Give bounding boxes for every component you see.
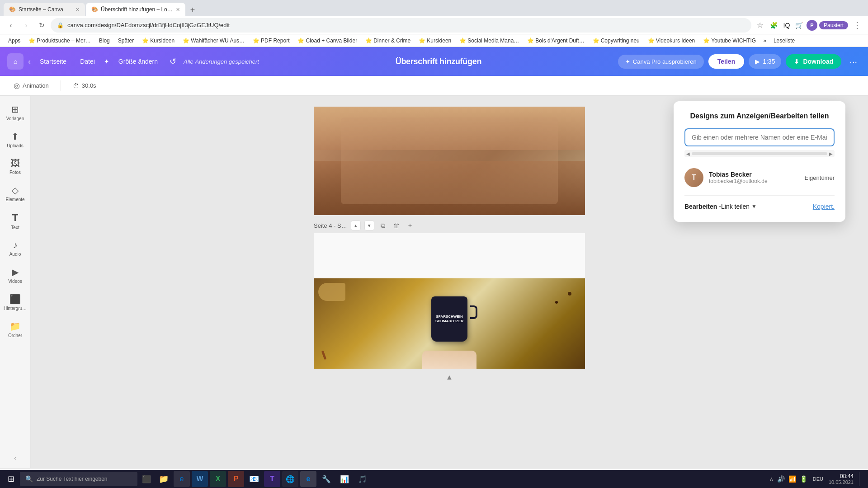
bookmark-produktsuche[interactable]: ⭐Produktsuche – Mer…: [25, 37, 94, 45]
file-label[interactable]: Datei: [75, 55, 99, 68]
address-bar[interactable]: 🔒 canva.com/design/DAEdomzscjl/drBfjHdCo…: [51, 18, 751, 33]
animation-button[interactable]: ◎ Animation: [9, 79, 53, 93]
browser-tab-1[interactable]: 🎨 Startseite – Canva ✕: [4, 3, 85, 16]
taskbar-edge2[interactable]: e: [300, 471, 316, 487]
download-button[interactable]: ⬇ Download: [786, 54, 841, 69]
duration-button[interactable]: ⏱ 30.0s: [68, 80, 101, 92]
more-button[interactable]: ···: [846, 55, 861, 69]
tab2-close[interactable]: ✕: [176, 7, 180, 13]
sidebar-item-vorlagen[interactable]: ⊞ Vorlagen: [2, 99, 29, 126]
copy-button[interactable]: Kopiert.: [813, 203, 835, 210]
sidebar-item-ordner[interactable]: 📁 Ordner: [2, 316, 29, 343]
animation-label: Animation: [23, 82, 49, 89]
chevron-up-icon[interactable]: ∧: [769, 476, 774, 482]
ext-icon-1[interactable]: 🧩: [769, 20, 779, 31]
start-button[interactable]: ⊞: [4, 472, 18, 486]
resize-label[interactable]: Größe ändern: [114, 55, 162, 68]
scroll-track: [692, 152, 827, 155]
taskbar-app8[interactable]: 📊: [336, 471, 353, 487]
bookmark-youtube[interactable]: ⭐Youtube WICHTIG: [699, 37, 760, 45]
sidebar-item-uploads[interactable]: ⬆ Uploads: [2, 127, 29, 153]
user-email: tobibecker1@outlook.de: [709, 178, 799, 184]
battery-icon[interactable]: 🔋: [800, 475, 807, 483]
play-button[interactable]: ▶ 1:35: [749, 54, 781, 69]
taskbar-excel[interactable]: X: [210, 471, 226, 487]
taskbar-datetime[interactable]: 08:44 10.05.2021: [829, 473, 854, 485]
bookmark-später[interactable]: Später: [114, 37, 137, 45]
taskbar-spotify[interactable]: 🎵: [354, 471, 371, 487]
taskbar-search[interactable]: 🔍 Zur Suche Text hier eingeben: [20, 472, 137, 486]
bookmark-apps[interactable]: Apps: [5, 37, 24, 45]
page4-add-btn[interactable]: ＋: [405, 221, 415, 230]
ext-icon-3[interactable]: 🛒: [794, 20, 805, 31]
page3-image: [314, 107, 585, 215]
taskbar-powerpoint[interactable]: P: [228, 471, 244, 487]
bookmark-kursideen2[interactable]: ⭐Kursideen: [415, 37, 455, 45]
sidebar-item-fotos[interactable]: 🖼 Fotos: [2, 154, 29, 179]
forward-button[interactable]: ›: [20, 19, 33, 32]
home-label[interactable]: Startseite: [35, 55, 71, 68]
taskbar-chrome[interactable]: 🌐: [282, 471, 298, 487]
home-button[interactable]: ⌂: [7, 53, 24, 70]
reload-button[interactable]: ↻: [35, 19, 48, 32]
share-email-input[interactable]: [684, 128, 835, 146]
back-button[interactable]: ‹: [5, 19, 17, 32]
bookmark-copywriting[interactable]: ⭐Copywriting neu: [589, 37, 643, 45]
bookmark-wahlfächer[interactable]: ⭐Wahlfächer WU Aus…: [179, 37, 248, 45]
scroll-left-arrow[interactable]: ◀: [686, 151, 690, 156]
ext-icon-4[interactable]: P: [807, 20, 817, 31]
scroll-right-arrow[interactable]: ▶: [829, 151, 833, 156]
taskbar-explorer[interactable]: 📁: [156, 471, 172, 487]
bookmark-pdf[interactable]: ⭐PDF Report: [249, 37, 293, 45]
undo-button[interactable]: ↺: [167, 54, 179, 69]
volume-icon[interactable]: 🔊: [777, 475, 785, 483]
chrome-menu-btn[interactable]: ⋮: [851, 19, 863, 32]
bookmark-videokurs[interactable]: ⭐Videokurs Ideen: [644, 37, 699, 45]
bookmark-dinner[interactable]: ⭐Dinner & Crime: [362, 37, 414, 45]
page3-canvas[interactable]: [314, 107, 585, 215]
tab1-close[interactable]: ✕: [75, 7, 80, 13]
user-name: Tobias Becker: [709, 171, 799, 178]
taskview-btn[interactable]: ⬛: [139, 472, 154, 486]
tab1-label: Startseite – Canva: [19, 6, 63, 13]
taskbar-word[interactable]: W: [192, 471, 208, 487]
tab2-favicon: 🎨: [91, 6, 98, 13]
animation-icon: ◎: [14, 81, 20, 90]
canvas-page-4[interactable]: SPARSCHWEIN SCHMAROTZER: [314, 233, 585, 369]
bookmark-blog[interactable]: Blog: [95, 37, 113, 45]
sidebar-item-text[interactable]: T Text: [2, 207, 29, 235]
browser-tab-2[interactable]: 🎨 Überschrift hinzufügen – Logo ✕: [86, 3, 185, 16]
taskbar-teams[interactable]: T: [264, 471, 280, 487]
show-desktop-btn[interactable]: [859, 472, 861, 486]
page4-up-btn[interactable]: ▲: [351, 221, 361, 230]
sidebar-item-audio[interactable]: ♪ Audio: [2, 235, 29, 261]
bookmark-leseliste[interactable]: Leseliste: [770, 37, 798, 45]
share-button[interactable]: Teilen: [708, 54, 744, 69]
new-tab-button[interactable]: +: [186, 4, 199, 16]
bookmark-more[interactable]: »: [760, 37, 769, 45]
sidebar-item-elemente[interactable]: ◇ Elemente: [2, 180, 29, 206]
canva-pro-button[interactable]: ✦ Canva Pro ausprobieren: [618, 55, 704, 69]
sidebar-item-videos[interactable]: ▶ Videos: [2, 262, 29, 288]
collapse-arrow[interactable]: ▲: [446, 373, 453, 381]
bookmark-cload[interactable]: ⭐Cload + Canva Bilder: [294, 37, 361, 45]
ext-icon-2[interactable]: IQ: [781, 20, 792, 31]
taskbar-edge1[interactable]: e: [174, 471, 190, 487]
taskbar-right: ∧ 🔊 📶 🔋 DEU 08:44 10.05.2021: [766, 472, 864, 486]
taskbar-outlook[interactable]: 📧: [246, 471, 262, 487]
browser-pause-btn[interactable]: Pausiert: [819, 21, 848, 29]
bookmark-star[interactable]: ☆: [754, 19, 766, 31]
sidebar-item-hintergrund[interactable]: ⬛ Hintergru…: [2, 289, 29, 315]
share-link-dropdown[interactable]: Bearbeiten -Link teilen ▼: [684, 203, 757, 210]
bookmark-kursideen1[interactable]: ⭐Kursideen: [138, 37, 178, 45]
bookmark-social[interactable]: ⭐Social Media Mana…: [456, 37, 523, 45]
sidebar-collapse-btn[interactable]: ‹: [9, 452, 22, 465]
search-placeholder: Zur Suche Text hier eingeben: [37, 476, 108, 482]
bookmark-bois[interactable]: ⭐Bois d'Argent Duft…: [524, 37, 588, 45]
ordner-icon: 📁: [9, 321, 21, 332]
page4-delete-btn[interactable]: 🗑: [392, 221, 401, 230]
page4-down-btn[interactable]: ▼: [364, 221, 374, 230]
network-icon[interactable]: 📶: [788, 475, 796, 483]
page4-copy-btn[interactable]: ⧉: [378, 221, 388, 230]
taskbar-app7[interactable]: 🔧: [318, 471, 335, 487]
